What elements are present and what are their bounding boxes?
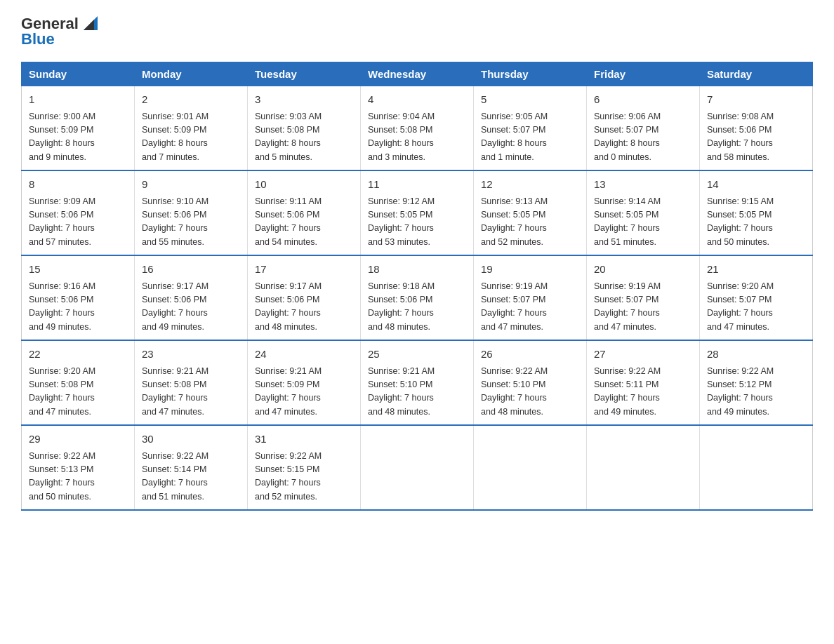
day-number: 26: [481, 347, 579, 363]
cell-content: Sunrise: 9:05 AMSunset: 5:07 PMDaylight:…: [481, 110, 579, 165]
calendar-cell: 6Sunrise: 9:06 AMSunset: 5:07 PMDaylight…: [587, 86, 700, 171]
day-number: 29: [29, 431, 127, 448]
calendar-cell: 23Sunrise: 9:21 AMSunset: 5:08 PMDayligh…: [135, 340, 248, 425]
calendar-cell: [587, 425, 700, 510]
cell-content: Sunrise: 9:22 AMSunset: 5:13 PMDaylight:…: [29, 450, 127, 504]
calendar-cell: 22Sunrise: 9:20 AMSunset: 5:08 PMDayligh…: [22, 340, 135, 425]
calendar-cell: 20Sunrise: 9:19 AMSunset: 5:07 PMDayligh…: [587, 255, 700, 340]
day-number: 28: [707, 347, 805, 363]
calendar-cell: 28Sunrise: 9:22 AMSunset: 5:12 PMDayligh…: [700, 340, 813, 425]
calendar-cell: 1Sunrise: 9:00 AMSunset: 5:09 PMDaylight…: [22, 86, 135, 171]
cell-content: Sunrise: 9:08 AMSunset: 5:06 PMDaylight:…: [707, 110, 805, 165]
header-saturday: Saturday: [700, 62, 813, 86]
calendar-cell: 15Sunrise: 9:16 AMSunset: 5:06 PMDayligh…: [22, 255, 135, 340]
day-number: 17: [255, 262, 353, 278]
day-number: 21: [707, 262, 805, 278]
day-number: 25: [368, 347, 466, 363]
day-number: 1: [29, 92, 127, 108]
calendar-cell: 21Sunrise: 9:20 AMSunset: 5:07 PMDayligh…: [700, 255, 813, 340]
cell-content: Sunrise: 9:20 AMSunset: 5:07 PMDaylight:…: [707, 280, 805, 335]
cell-content: Sunrise: 9:22 AMSunset: 5:10 PMDaylight:…: [481, 365, 579, 420]
calendar-cell: [700, 425, 813, 510]
cell-content: Sunrise: 9:19 AMSunset: 5:07 PMDaylight:…: [594, 280, 692, 335]
day-number: 2: [142, 92, 240, 108]
calendar-table: SundayMondayTuesdayWednesdayThursdayFrid…: [21, 62, 813, 511]
calendar-cell: 8Sunrise: 9:09 AMSunset: 5:06 PMDaylight…: [22, 170, 135, 255]
day-number: 23: [142, 347, 240, 363]
day-number: 18: [368, 262, 466, 278]
header-tuesday: Tuesday: [248, 62, 361, 86]
cell-content: Sunrise: 9:12 AMSunset: 5:05 PMDaylight:…: [368, 195, 466, 250]
cell-content: Sunrise: 9:22 AMSunset: 5:14 PMDaylight:…: [142, 450, 240, 504]
cell-content: Sunrise: 9:16 AMSunset: 5:06 PMDaylight:…: [29, 280, 127, 335]
day-number: 22: [29, 347, 127, 363]
day-number: 5: [481, 92, 579, 108]
cell-content: Sunrise: 9:21 AMSunset: 5:09 PMDaylight:…: [255, 365, 353, 420]
calendar-cell: 7Sunrise: 9:08 AMSunset: 5:06 PMDaylight…: [700, 86, 813, 171]
cell-content: Sunrise: 9:14 AMSunset: 5:05 PMDaylight:…: [594, 195, 692, 250]
calendar-cell: 14Sunrise: 9:15 AMSunset: 5:05 PMDayligh…: [700, 170, 813, 255]
header-wednesday: Wednesday: [361, 62, 474, 86]
day-number: 24: [255, 347, 353, 363]
cell-content: Sunrise: 9:04 AMSunset: 5:08 PMDaylight:…: [368, 110, 466, 165]
svg-marker-1: [84, 20, 94, 30]
header-monday: Monday: [135, 62, 248, 86]
day-number: 30: [142, 431, 240, 448]
calendar-cell: 11Sunrise: 9:12 AMSunset: 5:05 PMDayligh…: [361, 170, 474, 255]
day-number: 4: [368, 92, 466, 108]
calendar-cell: 31Sunrise: 9:22 AMSunset: 5:15 PMDayligh…: [248, 425, 361, 510]
calendar-cell: 19Sunrise: 9:19 AMSunset: 5:07 PMDayligh…: [474, 255, 587, 340]
day-number: 9: [142, 177, 240, 193]
calendar-cell: 5Sunrise: 9:05 AMSunset: 5:07 PMDaylight…: [474, 86, 587, 171]
calendar-cell: 13Sunrise: 9:14 AMSunset: 5:05 PMDayligh…: [587, 170, 700, 255]
calendar-cell: 24Sunrise: 9:21 AMSunset: 5:09 PMDayligh…: [248, 340, 361, 425]
cell-content: Sunrise: 9:00 AMSunset: 5:09 PMDaylight:…: [29, 110, 127, 165]
cell-content: Sunrise: 9:19 AMSunset: 5:07 PMDaylight:…: [481, 280, 579, 335]
cell-content: Sunrise: 9:22 AMSunset: 5:15 PMDaylight:…: [255, 450, 353, 504]
calendar-cell: [361, 425, 474, 510]
calendar-cell: 9Sunrise: 9:10 AMSunset: 5:06 PMDaylight…: [135, 170, 248, 255]
day-number: 11: [368, 177, 466, 193]
day-number: 10: [255, 177, 353, 193]
day-number: 8: [29, 177, 127, 193]
cell-content: Sunrise: 9:21 AMSunset: 5:10 PMDaylight:…: [368, 365, 466, 420]
calendar-cell: 2Sunrise: 9:01 AMSunset: 5:09 PMDaylight…: [135, 86, 248, 171]
calendar-cell: [474, 425, 587, 510]
cell-content: Sunrise: 9:22 AMSunset: 5:11 PMDaylight:…: [594, 365, 692, 420]
calendar-cell: 17Sunrise: 9:17 AMSunset: 5:06 PMDayligh…: [248, 255, 361, 340]
weekday-header-row: SundayMondayTuesdayWednesdayThursdayFrid…: [22, 62, 813, 86]
calendar-cell: 30Sunrise: 9:22 AMSunset: 5:14 PMDayligh…: [135, 425, 248, 510]
cell-content: Sunrise: 9:18 AMSunset: 5:06 PMDaylight:…: [368, 280, 466, 335]
cell-content: Sunrise: 9:21 AMSunset: 5:08 PMDaylight:…: [142, 365, 240, 420]
day-number: 6: [594, 92, 692, 108]
cell-content: Sunrise: 9:06 AMSunset: 5:07 PMDaylight:…: [594, 110, 692, 165]
cell-content: Sunrise: 9:15 AMSunset: 5:05 PMDaylight:…: [707, 195, 805, 250]
page-header: General Blue: [21, 14, 813, 48]
day-number: 20: [594, 262, 692, 278]
logo: General Blue: [21, 14, 101, 48]
week-row-1: 1Sunrise: 9:00 AMSunset: 5:09 PMDaylight…: [22, 86, 813, 171]
calendar-cell: 16Sunrise: 9:17 AMSunset: 5:06 PMDayligh…: [135, 255, 248, 340]
cell-content: Sunrise: 9:01 AMSunset: 5:09 PMDaylight:…: [142, 110, 240, 165]
calendar-cell: 10Sunrise: 9:11 AMSunset: 5:06 PMDayligh…: [248, 170, 361, 255]
logo-blue: Blue: [21, 31, 55, 48]
cell-content: Sunrise: 9:22 AMSunset: 5:12 PMDaylight:…: [707, 365, 805, 420]
calendar-cell: 26Sunrise: 9:22 AMSunset: 5:10 PMDayligh…: [474, 340, 587, 425]
cell-content: Sunrise: 9:17 AMSunset: 5:06 PMDaylight:…: [142, 280, 240, 335]
header-friday: Friday: [587, 62, 700, 86]
day-number: 15: [29, 262, 127, 278]
calendar-cell: 3Sunrise: 9:03 AMSunset: 5:08 PMDaylight…: [248, 86, 361, 171]
header-sunday: Sunday: [22, 62, 135, 86]
day-number: 12: [481, 177, 579, 193]
cell-content: Sunrise: 9:03 AMSunset: 5:08 PMDaylight:…: [255, 110, 353, 165]
cell-content: Sunrise: 9:20 AMSunset: 5:08 PMDaylight:…: [29, 365, 127, 420]
day-number: 13: [594, 177, 692, 193]
cell-content: Sunrise: 9:09 AMSunset: 5:06 PMDaylight:…: [29, 195, 127, 250]
week-row-5: 29Sunrise: 9:22 AMSunset: 5:13 PMDayligh…: [22, 425, 813, 510]
week-row-2: 8Sunrise: 9:09 AMSunset: 5:06 PMDaylight…: [22, 170, 813, 255]
day-number: 19: [481, 262, 579, 278]
cell-content: Sunrise: 9:17 AMSunset: 5:06 PMDaylight:…: [255, 280, 353, 335]
logo-icon: [80, 13, 101, 34]
calendar-cell: 4Sunrise: 9:04 AMSunset: 5:08 PMDaylight…: [361, 86, 474, 171]
calendar-cell: 12Sunrise: 9:13 AMSunset: 5:05 PMDayligh…: [474, 170, 587, 255]
